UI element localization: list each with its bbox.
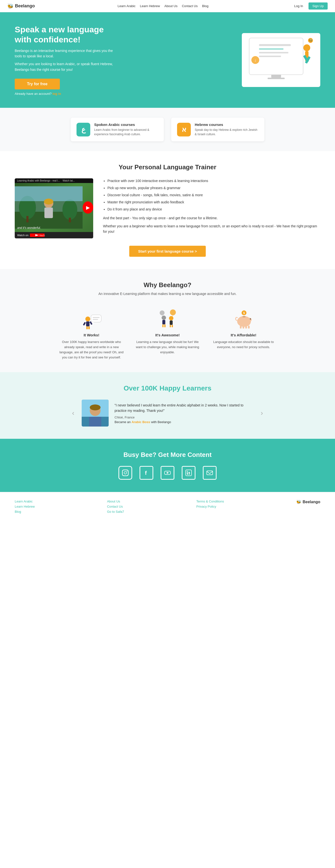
hero-illustration: ↓ 🐝 bbox=[244, 35, 318, 85]
testimonial-content: "I never believed I would learn the enti… bbox=[114, 403, 253, 424]
svg-point-42 bbox=[160, 310, 165, 315]
svg-rect-34 bbox=[91, 315, 101, 322]
hero-text: Speak a new language with confidence! Be… bbox=[15, 25, 118, 96]
login-link[interactable]: Log In bbox=[291, 3, 306, 9]
logo-icon: 🐝 bbox=[7, 3, 13, 9]
learners-heading: Over 100K Happy Learners bbox=[15, 384, 320, 392]
svg-rect-56 bbox=[240, 326, 242, 329]
facebook-icon[interactable]: f bbox=[140, 466, 153, 480]
svg-point-67 bbox=[127, 471, 127, 472]
hero-login-prompt: Already have an account? log in bbox=[15, 92, 118, 96]
footer-blog[interactable]: Blog bbox=[15, 510, 35, 514]
footer-about[interactable]: About Us bbox=[107, 499, 124, 503]
nav-learn-arabic[interactable]: Learn Arabic bbox=[118, 4, 136, 8]
feature-3: Discover local culture - songs, folk tal… bbox=[107, 192, 320, 198]
try-free-button[interactable]: Try for free bbox=[15, 79, 60, 89]
arabic-boss-link[interactable]: Arabic Boss bbox=[132, 420, 150, 424]
svg-point-48 bbox=[170, 309, 176, 315]
svg-rect-63 bbox=[89, 417, 101, 427]
svg-rect-71 bbox=[186, 470, 192, 476]
svg-point-44 bbox=[169, 316, 173, 320]
nav-contact[interactable]: Contact Us bbox=[182, 4, 198, 8]
svg-rect-8 bbox=[268, 78, 285, 79]
svg-rect-24 bbox=[45, 208, 53, 218]
arabic-course-card[interactable]: ع Spoken Arabic courses Learn Arabic fro… bbox=[71, 118, 164, 142]
footer-col-2: About Us Contact Us Go to Safa7 bbox=[107, 499, 124, 514]
footer-learn-hebrew[interactable]: Learn Hebrew bbox=[15, 505, 35, 508]
linkedin-icon[interactable] bbox=[182, 466, 195, 480]
nav-learn-hebrew[interactable]: Learn Hebrew bbox=[140, 4, 160, 8]
svg-rect-47 bbox=[172, 325, 173, 327]
footer-privacy[interactable]: Privacy Policy bbox=[196, 505, 224, 508]
svg-rect-46 bbox=[170, 325, 171, 327]
feature-4: Master the right pronunciation with audi… bbox=[107, 200, 320, 205]
best-part-text: And the best part - You only sign up onc… bbox=[103, 215, 320, 221]
feature-2: Pick up new words, popular phrases & gra… bbox=[107, 185, 320, 191]
testimonial-photo bbox=[82, 400, 109, 427]
svg-point-51 bbox=[248, 318, 252, 322]
svg-rect-40 bbox=[162, 324, 164, 327]
hero-para2: Whether you are looking to learn Arabic,… bbox=[15, 61, 118, 72]
why-cards: It Works! Over 100K happy learners world… bbox=[15, 306, 320, 360]
nav-links: Learn Arabic Learn Hebrew About Us Conta… bbox=[118, 4, 208, 8]
svg-text:↓: ↓ bbox=[254, 58, 256, 62]
svg-rect-1 bbox=[259, 44, 291, 46]
start-course-button[interactable]: Start your first language course > bbox=[129, 246, 206, 257]
svg-rect-39 bbox=[162, 320, 165, 324]
svg-rect-35 bbox=[93, 317, 100, 318]
video-thumbnail[interactable]: ▶ and it's wonderful. bbox=[15, 183, 93, 232]
footer-safa7[interactable]: Go to Safa7 bbox=[107, 510, 124, 514]
testimonial-carousel: ‹ "I never believed I would learn the en… bbox=[15, 400, 320, 427]
learners-section: Over 100K Happy Learners ‹ "I never beli… bbox=[0, 372, 335, 439]
testimonial-author: Chloé, France bbox=[114, 415, 253, 419]
footer-terms[interactable]: Terms & Conditions bbox=[196, 499, 224, 503]
svg-rect-4 bbox=[259, 56, 281, 57]
svg-rect-20 bbox=[69, 218, 71, 222]
hero-login-link[interactable]: log in bbox=[53, 92, 61, 96]
email-icon[interactable] bbox=[203, 466, 217, 480]
video-caption: and it's wonderful. bbox=[17, 226, 41, 229]
footer-learn-arabic[interactable]: Learn Arabic bbox=[15, 499, 35, 503]
svg-point-66 bbox=[124, 472, 127, 474]
youtube-logo: YouTube bbox=[30, 234, 45, 237]
affordable-desc: Language education should be available t… bbox=[209, 340, 278, 350]
why-section: Why Beelango? An innovative E-Learning p… bbox=[0, 269, 335, 372]
video-container[interactable]: Learning Arabic with Beelango - real l..… bbox=[15, 178, 93, 238]
why-card-works: It Works! Over 100K happy learners world… bbox=[57, 306, 126, 360]
carousel-next-button[interactable]: › bbox=[258, 407, 266, 420]
video-bar: Watch on YouTube bbox=[15, 232, 93, 238]
busy-section: Busy Bee? Get More Content f bbox=[0, 439, 335, 492]
footer-contact[interactable]: Contact Us bbox=[107, 505, 124, 508]
closing-text: Whether you are a beginner who wants to … bbox=[103, 223, 320, 235]
svg-rect-3 bbox=[259, 52, 288, 54]
nav-actions: Log In Sign Up bbox=[291, 2, 328, 9]
svg-marker-37 bbox=[92, 322, 94, 323]
footer-col-1: Learn Arabic Learn Hebrew Blog bbox=[15, 499, 35, 514]
testimonial: "I never believed I would learn the enti… bbox=[82, 400, 253, 427]
works-icon bbox=[57, 306, 126, 330]
svg-point-38 bbox=[162, 315, 166, 320]
svg-rect-53 bbox=[243, 316, 246, 317]
youtube-icon[interactable] bbox=[161, 466, 174, 480]
social-icons: f bbox=[15, 466, 320, 480]
svg-rect-59 bbox=[248, 326, 250, 329]
affordable-icon: $ bbox=[209, 306, 278, 330]
logo: 🐝 Beelango bbox=[7, 3, 35, 9]
carousel-prev-button[interactable]: ‹ bbox=[69, 407, 77, 420]
svg-point-23 bbox=[44, 199, 53, 205]
svg-rect-57 bbox=[243, 326, 244, 329]
footer: Learn Arabic Learn Hebrew Blog About Us … bbox=[0, 492, 335, 521]
video-sub: Watch lat... bbox=[62, 179, 75, 182]
video-title-bar: Learning Arabic with Beelango - real l..… bbox=[15, 178, 93, 183]
svg-rect-58 bbox=[245, 326, 247, 329]
video-play-button[interactable]: ▶ bbox=[83, 202, 93, 214]
works-desc: Over 100K happy learners worldwide who a… bbox=[57, 340, 126, 360]
signup-button[interactable]: Sign Up bbox=[308, 2, 328, 9]
instagram-icon[interactable] bbox=[118, 466, 132, 480]
nav-about[interactable]: About Us bbox=[164, 4, 177, 8]
nav-blog[interactable]: Blog bbox=[202, 4, 208, 8]
hebrew-course-card[interactable]: א Hebrew courses Speak day-to-day Hebrew… bbox=[171, 118, 264, 142]
trainer-content: Learning Arabic with Beelango - real l..… bbox=[15, 178, 320, 238]
svg-rect-29 bbox=[86, 321, 89, 326]
arabic-course-info: Spoken Arabic courses Learn Arabic from … bbox=[94, 123, 158, 136]
